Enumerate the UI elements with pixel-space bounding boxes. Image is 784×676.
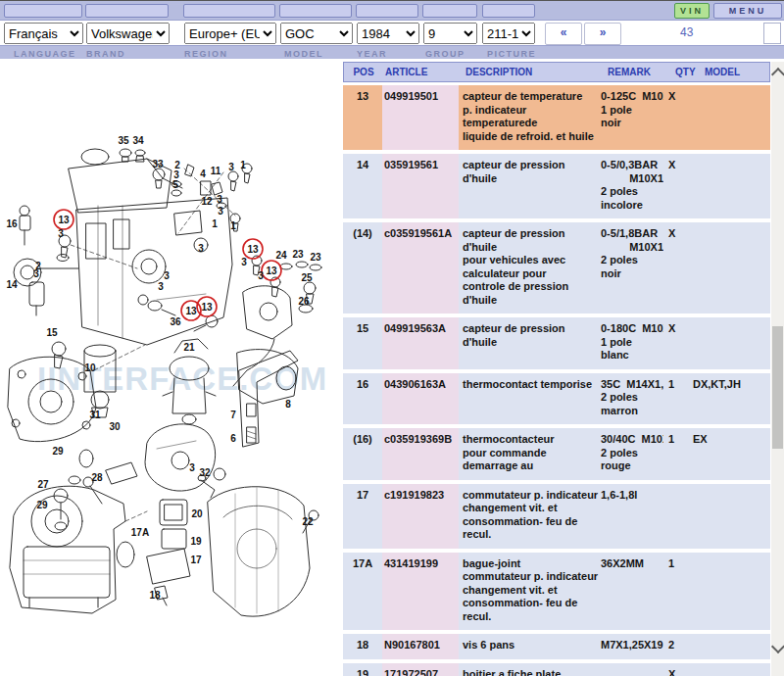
diagram-callout-number[interactable]: 20 [191,508,203,519]
table-row[interactable]: 17c191919823commutateur p. indicateurcha… [343,484,770,549]
diagram-callout-number[interactable]: 3 [228,162,234,172]
diagram-callout-number[interactable]: 7 [230,410,236,420]
diagram-callout-number[interactable]: 32 [199,467,211,478]
cell-article: 035919561 [382,154,459,218]
cell-pos: 14 [343,154,382,218]
vin-button[interactable]: VIN [674,3,710,19]
diagram-callout-number[interactable]: 3 [258,270,264,281]
cell-description: thermocontacteurpour commande demarrage … [459,428,601,480]
diagram-callout-number[interactable]: 1 [212,218,218,229]
diagram-callout-number[interactable]: 33 [152,159,164,169]
diagram-callout-number[interactable]: 29 [52,446,64,457]
diagram-callout-number[interactable]: 1 [240,160,246,170]
model-select[interactable]: GOC [280,23,353,44]
diagram-callout-number[interactable]: 13 [266,266,277,276]
diagram-callout-number[interactable]: 34 [132,135,144,146]
diagram-callout-number[interactable]: 35 [118,135,129,146]
table-row[interactable]: (16)c035919369Bthermocontacteurpour comm… [343,428,770,480]
header-article: ARTICLE [383,67,462,77]
table-row[interactable]: 14035919561capteur de pression d'huile0-… [343,154,770,218]
table-row[interactable]: (14)c035919561Acapteur de pression d'hui… [343,222,770,314]
diagram-callout-number[interactable]: 8 [285,399,291,410]
diagram-callout-number[interactable]: 3 [218,206,223,217]
diagram-callout-number[interactable]: 18 [149,590,161,601]
diagram-callout-number[interactable]: 3 [158,281,164,292]
diagram-callout-number[interactable]: 3 [164,270,170,281]
scrollbar-thumb[interactable] [772,326,783,449]
diagram-callout-number[interactable]: 30 [109,421,121,432]
cell-pos: 17A [343,553,382,631]
diagram-callout-number[interactable]: 13 [185,306,197,316]
diagram-callout-number[interactable]: 21 [183,342,195,353]
diagram-callout-number[interactable]: 26 [298,296,310,307]
diagram-callout-number[interactable]: 12 [201,196,213,207]
diagram-callout-number[interactable]: 16 [6,218,18,229]
diagram-callout-number[interactable]: 3 [189,462,195,473]
scroll-up-icon[interactable] [771,68,784,81]
table-header: POS ARTICLE DESCRIPTION REMARK QTY MODEL [343,62,770,82]
table-row[interactable]: 19171972507boitier a fiche plateX [343,663,770,676]
language-select[interactable]: Français [4,23,83,44]
diagram-callout-number[interactable]: 15 [46,327,58,338]
cell-qty: X [663,663,691,676]
diagram-callout-number[interactable]: 13 [201,302,213,313]
diagram-callout-number[interactable]: 23 [310,252,321,263]
picture-count: 43 [680,25,693,39]
cell-description: bague-jointcommutateur p. indicateurchan… [459,553,601,631]
diagram-callout-number[interactable]: 5 [172,179,178,190]
brand-select[interactable]: Volkswagen [86,23,170,44]
diagram-callout-number[interactable]: 17A [131,527,149,538]
diagram-callout-number[interactable]: 19 [190,536,202,547]
diagram-callout-number[interactable]: 4 [200,169,206,179]
toolbar: VIN MENU Français Volkswagen Europe+ (EU… [0,0,784,59]
diagram-callout-number[interactable]: 25 [301,272,313,283]
diagram-callout-number[interactable]: 27 [37,479,49,490]
picture-select[interactable]: 211-10 [482,23,535,44]
diagram-callout-number[interactable]: 3 [198,243,204,254]
cell-remark: 0-125C M10X11 polenoir [601,85,663,150]
table-row[interactable]: 18N90167801vis 6 pansM7X1,25X192 [343,634,770,659]
diagram-callout-number[interactable]: 3 [217,194,222,205]
diagram-callout-number[interactable]: 3 [241,257,247,267]
diagram-callout-number[interactable]: 14 [6,279,18,290]
diagram-callout-number[interactable]: 6 [230,433,236,444]
table-scrollbar[interactable] [771,62,784,676]
scroll-down-icon[interactable] [771,640,784,653]
diagram-callout-number[interactable]: 1 [230,220,236,231]
language-label: LANGUAGE [14,49,76,59]
year-label: YEAR [357,49,387,59]
diagram-callout-number[interactable]: 13 [247,244,259,255]
cell-model [691,317,770,369]
diagram-callout-number[interactable]: 3 [33,268,39,279]
table-row[interactable]: 15049919563Acapteur de pression d'huile0… [343,317,770,369]
cell-qty: X [663,317,691,369]
diagram-callout-number[interactable]: 13 [58,215,70,225]
diagram-callout-number[interactable]: 31 [89,410,101,420]
cell-remark: 0-5/1,8BARM10X12 polesnoir [601,222,663,314]
header-qty: QTY [670,67,703,77]
next-picture-button[interactable]: » [584,23,621,45]
table-row[interactable]: 13049919501capteur de temperaturep. indi… [343,85,770,150]
engine-diagram[interactable]: IINTERFACE.COM [0,59,341,676]
group-select[interactable]: 9 [423,23,477,44]
cell-model: DX,KT,JH [691,373,770,425]
diagram-callout-number[interactable]: 24 [275,250,287,261]
menu-button[interactable]: MENU [713,3,782,19]
diagram-callout-number[interactable]: 10 [84,362,96,373]
table-row[interactable]: 16043906163Athermocontact temporise35C M… [343,373,770,425]
cell-model [691,484,770,549]
diagram-callout-number[interactable]: 3 [58,228,64,239]
diagram-callout-number[interactable]: 29 [36,500,48,510]
table-row[interactable]: 17A431419199bague-jointcommutateur p. in… [343,553,770,631]
diagram-callout-number[interactable]: 11 [211,166,221,176]
region-select[interactable]: Europe+ (EU) [184,23,276,44]
diagram-callout-number[interactable]: 28 [91,472,103,483]
diagram-callout-number[interactable]: 22 [302,516,314,527]
diagram-callout-number[interactable]: 23 [292,249,304,260]
year-select[interactable]: 1984 [357,23,419,44]
mini-input-box[interactable] [763,23,781,44]
slot-box [4,4,82,18]
prev-picture-button[interactable]: « [545,23,582,45]
diagram-callout-number[interactable]: 17 [190,555,202,565]
diagram-callout-number[interactable]: 36 [170,316,181,327]
